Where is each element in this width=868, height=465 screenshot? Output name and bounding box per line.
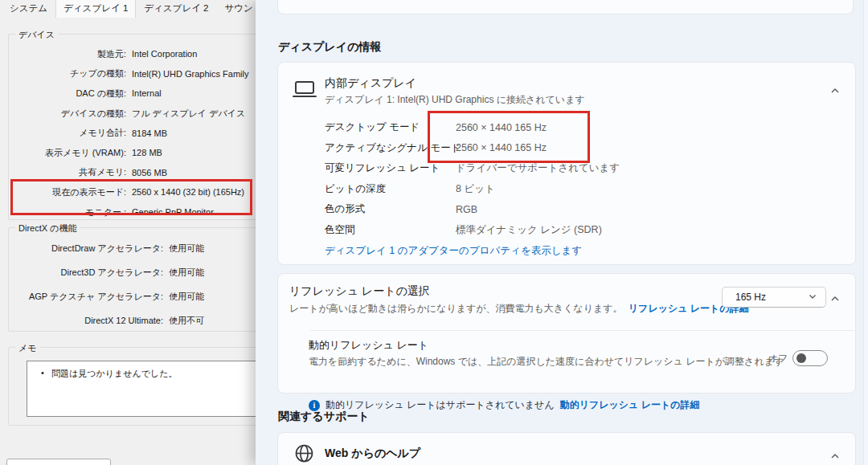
scrollbar[interactable] [863, 0, 868, 465]
detail-row-active-signal-mode: アクティブなシグナル モード2560 × 1440 165 Hz [325, 138, 839, 159]
tab-display-1[interactable]: ディスプレイ 1 [55, 0, 136, 18]
monitor-icon [295, 81, 314, 94]
device-row-current-mode: 現在の表示モード:2560 x 1440 (32 bit) (165Hz) [9, 182, 256, 202]
detail-row-variable-refresh: 可変リフレッシュ レートドライバーでサポートされています [325, 158, 839, 179]
detail-row-color-space: 色空間標準ダイナミック レンジ (SDR) [325, 220, 839, 241]
chevron-down-icon [808, 292, 817, 304]
dynamic-refresh-details-link[interactable]: 動的リフレッシュ レートの詳細 [560, 398, 700, 412]
globe-icon [294, 443, 314, 465]
directx-groupbox-title: DirectX の機能 [15, 222, 80, 235]
directx-groupbox: DirectX の機能 DirectDraw アクセラレータ:使用可能 Dire… [8, 227, 256, 332]
display-detail-rows: デスクトップ モード2560 × 1440 165 Hz アクティブなシグナル … [325, 117, 839, 240]
device-row: メモリ合計:8184 MB [9, 123, 256, 143]
device-row-monitor: モニター :Generic PnP Monitor [9, 202, 256, 222]
dynamic-refresh-title: 動的リフレッシュ レート [309, 338, 428, 353]
refresh-rate-card: リフレッシュ レートの選択 レートが高いほど動きは滑らかになりますが、消費電力も… [277, 273, 856, 394]
directx-row: Direct3D アクセラレータ:使用可能 [9, 260, 256, 284]
adapter-properties-link[interactable]: ディスプレイ 1 のアダプターのプロパティを表示します [325, 244, 582, 258]
notes-listbox[interactable]: • 問題は見つかりませんでした。 [27, 361, 256, 417]
notes-groupbox-title: メモ [15, 342, 40, 354]
web-help-title: Web からのヘルプ [325, 447, 420, 461]
bullet-glyph: • [34, 368, 51, 380]
detail-row-bit-depth: ビットの深度8 ビット [325, 179, 839, 200]
tab-display-2[interactable]: ディスプレイ 2 [136, 0, 216, 18]
display-info-heading: ディスプレイの情報 [278, 40, 381, 55]
dynamic-refresh-description: 電力を節約するために、Windows では、上記の選択した速度に合わせてリフレッ… [309, 355, 784, 369]
device-row: DAC の種類:Internal [9, 84, 256, 104]
refresh-rate-subtitle: レートが高いほど動きは滑らかになりますが、消費電力も大きくなります。 リフレッシ… [289, 302, 749, 316]
device-groupbox: デバイス 製造元:Intel Corporation チップの種類:Intel(… [8, 34, 256, 220]
web-help-card[interactable]: Web からのヘルプ [277, 432, 856, 465]
notes-groupbox: メモ • 問題は見つかりませんでした。 [8, 347, 256, 426]
card-divider [310, 330, 854, 331]
partial-top-card [277, 0, 854, 14]
internal-display-subtitle: ディスプレイ 1: Intel(R) UHD Graphics に接続されていま… [325, 93, 585, 107]
chevron-up-icon[interactable] [829, 293, 841, 304]
partial-bottom-button[interactable] [6, 459, 111, 465]
internal-display-card: 内部ディスプレイ ディスプレイ 1: Intel(R) UHD Graphics… [277, 62, 856, 265]
directx-row: DirectX 12 Ultimate:使用不可 [9, 308, 256, 332]
dxdiag-tab-strip: システム ディスプレイ 1 ディスプレイ 2 サウンド 入力 [2, 0, 256, 18]
device-row: チップの種類:Intel(R) UHD Graphics Family [9, 64, 256, 84]
device-row: 製造元:Intel Corporation [9, 44, 256, 64]
related-support-heading: 関連するサポート [278, 410, 370, 424]
toggle-knob [796, 353, 806, 363]
note-text: 問題は見つかりませんでした。 [51, 368, 178, 380]
directx-row: AGP テクスチャ アクセラレータ:使用可能 [9, 284, 256, 308]
chevron-up-icon[interactable] [829, 85, 841, 96]
internal-display-title: 内部ディスプレイ [325, 76, 416, 91]
tab-system[interactable]: システム [2, 0, 55, 18]
dynamic-refresh-toggle[interactable] [792, 350, 828, 366]
dxdiag-window: システム ディスプレイ 1 ディスプレイ 2 サウンド 入力 デバイス 製造元:… [0, 0, 256, 465]
detail-row-color-format: 色の形式RGB [325, 199, 839, 220]
refresh-rate-title: リフレッシュ レートの選択 [289, 284, 430, 299]
device-row: 共有メモリ:8056 MB [9, 163, 256, 183]
chevron-up-icon[interactable] [829, 451, 841, 462]
refresh-rate-dropdown[interactable]: 165 Hz [722, 287, 826, 308]
settings-window: ディスプレイの情報 内部ディスプレイ ディスプレイ 1: Intel(R) UH… [256, 0, 868, 465]
device-row: 表示メモリ (VRAM):128 MB [9, 143, 256, 163]
device-groupbox-title: デバイス [15, 29, 58, 41]
device-row: デバイスの種類:フル ディスプレイ デバイス [9, 104, 256, 124]
detail-row-desktop-mode: デスクトップ モード2560 × 1440 165 Hz [325, 117, 839, 138]
directx-row: DirectDraw アクセラレータ:使用可能 [9, 236, 256, 260]
note-item: • 問題は見つかりませんでした。 [27, 361, 256, 380]
toggle-state-label: オフ [768, 352, 788, 365]
tab-sound[interactable]: サウンド [217, 0, 256, 18]
refresh-rate-dropdown-value: 165 Hz [735, 292, 766, 303]
